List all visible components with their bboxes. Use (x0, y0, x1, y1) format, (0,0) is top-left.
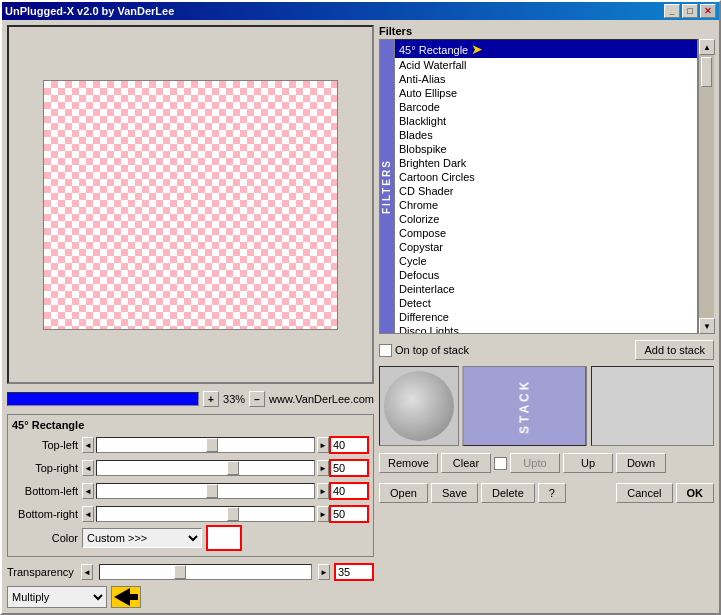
window-title: UnPlugged-X v2.0 by VanDerLee (5, 5, 174, 17)
filter-item[interactable]: Defocus (395, 268, 697, 282)
top-right-slider-left[interactable]: ◄ (82, 460, 94, 476)
delete-button[interactable]: Delete (481, 483, 535, 503)
bottom-left-input[interactable] (329, 482, 369, 500)
filter-item[interactable]: 45° Rectangle ➤ (395, 40, 697, 58)
top-left-slider-left[interactable]: ◄ (82, 437, 94, 453)
stack-list-area[interactable] (591, 366, 715, 446)
filter-item[interactable]: Copystar (395, 240, 697, 254)
minimize-button[interactable]: _ (664, 4, 680, 18)
zoom-plus-button[interactable]: + (203, 391, 219, 407)
transparency-slider-right[interactable]: ► (318, 564, 330, 580)
color-swatch[interactable] (206, 525, 242, 551)
transparency-slider-thumb[interactable] (174, 565, 186, 579)
top-left-slider-thumb[interactable] (206, 438, 218, 452)
canvas-area (7, 25, 374, 384)
stack-bottom-buttons: Remove Clear Upto Up Down (379, 450, 714, 476)
filters-sidebar: FILTERS (379, 39, 395, 334)
filter-item[interactable]: Compose (395, 226, 697, 240)
transparency-slider-left[interactable]: ◄ (81, 564, 93, 580)
filter-item[interactable]: Blades (395, 128, 697, 142)
scroll-up-arrow[interactable]: ▲ (699, 39, 715, 55)
stack-preview-inner (384, 371, 454, 441)
bottom-left-slider-container: ◄ ► (82, 483, 329, 499)
filter-item[interactable]: Cycle (395, 254, 697, 268)
bottom-left-row: Bottom-left ◄ ► (12, 481, 369, 501)
top-left-slider-right[interactable]: ► (317, 437, 329, 453)
bottom-right-input[interactable] (329, 505, 369, 523)
add-to-stack-button[interactable]: Add to stack (635, 340, 714, 360)
filter-item[interactable]: Blacklight (395, 114, 697, 128)
top-left-row: Top-left ◄ ► (12, 435, 369, 455)
zoom-minus-button[interactable]: − (249, 391, 265, 407)
stack-controls-top: On top of stack Add to stack (379, 338, 714, 362)
filter-item[interactable]: Chrome (395, 198, 697, 212)
save-button[interactable]: Save (431, 483, 478, 503)
top-right-slider-container: ◄ ► (82, 460, 329, 476)
open-button[interactable]: Open (379, 483, 428, 503)
on-top-label: On top of stack (395, 344, 469, 356)
filter-item[interactable]: Anti-Alias (395, 72, 697, 86)
top-right-slider-thumb[interactable] (227, 461, 239, 475)
blend-row: Multiply (7, 586, 374, 608)
maximize-button[interactable]: □ (682, 4, 698, 18)
filter-item[interactable]: Deinterlace (395, 282, 697, 296)
upto-checkbox[interactable] (494, 457, 507, 470)
filter-item[interactable]: Cartoon Circles (395, 170, 697, 184)
close-button[interactable]: ✕ (700, 4, 716, 18)
zoom-progress-bar (7, 392, 199, 406)
ok-button[interactable]: OK (676, 483, 715, 503)
title-bar: UnPlugged-X v2.0 by VanDerLee _ □ ✕ (2, 2, 719, 20)
svg-marker-0 (114, 588, 138, 606)
cancel-button[interactable]: Cancel (616, 483, 672, 503)
up-button[interactable]: Up (563, 453, 613, 473)
bottom-right-slider-thumb[interactable] (227, 507, 239, 521)
transparency-input[interactable] (334, 563, 374, 581)
top-right-slider-right[interactable]: ► (317, 460, 329, 476)
zoom-percent: 33% (223, 393, 245, 405)
filter-item[interactable]: Barcode (395, 100, 697, 114)
top-right-input[interactable] (329, 459, 369, 477)
color-select[interactable]: Custom >>> (82, 528, 202, 548)
color-label: Color (12, 532, 82, 544)
filter-item[interactable]: Detect (395, 296, 697, 310)
arrow-pointer-icon: ➤ (471, 41, 483, 57)
top-left-slider-track[interactable] (96, 437, 315, 453)
top-left-input[interactable] (329, 436, 369, 454)
top-left-label: Top-left (12, 439, 82, 451)
filter-item[interactable]: Auto Ellipse (395, 86, 697, 100)
scroll-thumb[interactable] (701, 57, 712, 87)
scroll-down-arrow[interactable]: ▼ (699, 318, 715, 334)
bottom-left-slider-thumb[interactable] (206, 484, 218, 498)
stack-middle: STACK (379, 366, 714, 446)
bottom-left-slider-track[interactable] (96, 483, 315, 499)
top-right-slider-track[interactable] (96, 460, 315, 476)
filters-scrollbar[interactable]: ▲ ▼ (698, 39, 714, 334)
filter-item[interactable]: Acid Waterfall (395, 58, 697, 72)
remove-button[interactable]: Remove (379, 453, 438, 473)
filter-item[interactable]: Blobspike (395, 142, 697, 156)
color-row: Color Custom >>> (12, 527, 369, 549)
filter-item[interactable]: Disco Lights (395, 324, 697, 334)
upto-checkbox-label: Upto (494, 453, 560, 473)
bottom-right-slider-left[interactable]: ◄ (82, 506, 94, 522)
filter-params-title: 45° Rectangle (12, 419, 369, 431)
help-button[interactable]: ? (538, 483, 566, 503)
filters-sidebar-text: FILTERS (382, 159, 393, 214)
bottom-left-slider-right[interactable]: ► (317, 483, 329, 499)
bottom-right-slider-right[interactable]: ► (317, 506, 329, 522)
scroll-track[interactable] (699, 55, 714, 318)
bottom-left-slider-left[interactable]: ◄ (82, 483, 94, 499)
filter-item[interactable]: CD Shader (395, 184, 697, 198)
clear-button[interactable]: Clear (441, 453, 491, 473)
filter-item[interactable]: Difference (395, 310, 697, 324)
blend-mode-select[interactable]: Multiply (7, 586, 107, 608)
filter-item[interactable]: Brighten Dark (395, 156, 697, 170)
on-top-checkbox[interactable] (379, 344, 392, 357)
filter-item[interactable]: Colorize (395, 212, 697, 226)
top-right-label: Top-right (12, 462, 82, 474)
bottom-right-slider-track[interactable] (96, 506, 315, 522)
transparency-slider-track[interactable] (99, 564, 312, 580)
upto-button[interactable]: Upto (510, 453, 560, 473)
filters-list[interactable]: 45° Rectangle ➤Acid WaterfallAnti-AliasA… (395, 39, 698, 334)
down-button[interactable]: Down (616, 453, 666, 473)
